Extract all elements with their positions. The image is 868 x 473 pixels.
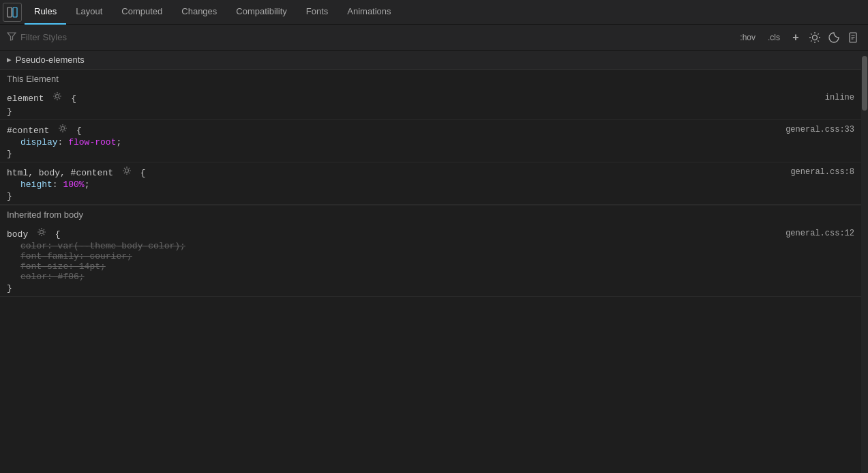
body-rule-header: body { general.css:12 bbox=[7, 227, 854, 240]
dark-theme-button[interactable] bbox=[826, 29, 842, 46]
svg-rect-1 bbox=[13, 8, 17, 17]
body-rule-block: body { general.css:12 color: var(--theme… bbox=[0, 224, 861, 297]
element-rule-block: element { inline } bbox=[0, 88, 861, 120]
element-rule-close: } bbox=[7, 106, 854, 117]
display-prop-value: flow-root bbox=[68, 137, 116, 147]
svg-line-10 bbox=[811, 40, 811, 41]
inherited-label: Inherited from body bbox=[0, 205, 861, 224]
filter-bar: :hov .cls + bbox=[0, 25, 868, 51]
tab-fonts[interactable]: Fonts bbox=[297, 0, 338, 25]
svg-point-2 bbox=[813, 35, 818, 40]
element-gear-icon[interactable] bbox=[52, 91, 63, 102]
cls-button[interactable]: .cls bbox=[763, 31, 785, 44]
content-rule-header: #content { general.css:33 bbox=[7, 123, 854, 136]
scrollbar-thumb[interactable] bbox=[862, 56, 867, 111]
svg-rect-0 bbox=[8, 8, 12, 17]
body-prop-color1: color: var(--theme-body-color); bbox=[20, 241, 854, 251]
body-rule-close: } bbox=[7, 283, 854, 293]
pseudo-elements-toggle-icon: ▶ bbox=[7, 55, 12, 64]
pseudo-elements-label: Pseudo-elements bbox=[16, 55, 85, 65]
this-element-label: This Element bbox=[0, 70, 861, 88]
main-content: ▶ Pseudo-elements This Element element {… bbox=[0, 51, 868, 473]
content-rule-block: #content { general.css:33 display: flow-… bbox=[0, 120, 861, 162]
element-selector: element { bbox=[7, 91, 76, 104]
html-body-selector: html, body, #content { bbox=[7, 165, 145, 178]
light-theme-button[interactable] bbox=[807, 29, 823, 46]
svg-point-16 bbox=[61, 127, 65, 130]
filter-styles-input[interactable] bbox=[20, 32, 735, 42]
svg-line-7 bbox=[811, 33, 811, 34]
html-body-rule-body: height: 100%; bbox=[7, 178, 854, 191]
tab-bar: Rules Layout Computed Changes Compatibil… bbox=[0, 0, 868, 25]
height-prop-name: height bbox=[20, 180, 53, 190]
html-body-rule-block: html, body, #content { general.css:8 hei… bbox=[0, 162, 861, 205]
body-prop-font-size: font-size: 14pt; bbox=[20, 261, 854, 272]
body-rule-body: color: var(--theme-body-color); font-fam… bbox=[7, 240, 854, 283]
element-rule-source: inline bbox=[825, 93, 854, 102]
content-rule-body: display: flow-root; bbox=[7, 136, 854, 149]
svg-point-17 bbox=[125, 169, 128, 173]
hov-button[interactable]: :hov bbox=[735, 31, 760, 44]
svg-line-8 bbox=[818, 40, 818, 41]
panel-toggle-button[interactable] bbox=[3, 3, 22, 22]
svg-point-15 bbox=[56, 95, 59, 98]
display-prop-name: display bbox=[20, 137, 58, 147]
element-rule-header: element { inline bbox=[7, 91, 854, 104]
body-font-family-prop: font-family: courier; bbox=[20, 251, 132, 261]
body-font-size-prop: font-size: 14pt; bbox=[20, 261, 106, 272]
svg-point-18 bbox=[40, 231, 44, 234]
body-color1-prop: color: var(--theme-body-color); bbox=[20, 241, 185, 251]
filter-funnel-icon bbox=[7, 31, 16, 44]
rules-panel[interactable]: ▶ Pseudo-elements This Element element {… bbox=[0, 51, 861, 473]
body-rule-source: general.css:12 bbox=[785, 229, 854, 238]
html-body-gear-icon[interactable] bbox=[121, 165, 132, 176]
tab-compatibility[interactable]: Compatibility bbox=[226, 0, 296, 25]
tab-changes[interactable]: Changes bbox=[172, 0, 226, 25]
svg-line-9 bbox=[818, 33, 818, 34]
body-selector: body { bbox=[7, 227, 61, 240]
document-button[interactable] bbox=[845, 29, 861, 46]
html-body-rule-close: } bbox=[7, 191, 854, 201]
body-prop-font-family: font-family: courier; bbox=[20, 251, 854, 261]
scrollbar-track[interactable] bbox=[861, 51, 868, 473]
height-prop-value: 100% bbox=[63, 180, 84, 190]
tab-layout[interactable]: Layout bbox=[66, 0, 112, 25]
content-gear-icon[interactable] bbox=[57, 123, 68, 134]
html-body-rule-source: general.css:8 bbox=[790, 167, 854, 177]
html-body-rule-header: html, body, #content { general.css:8 bbox=[7, 165, 854, 178]
filter-actions: :hov .cls + bbox=[735, 29, 861, 46]
tab-animations[interactable]: Animations bbox=[338, 0, 400, 25]
content-rule-close: } bbox=[7, 149, 854, 159]
body-gear-icon[interactable] bbox=[36, 227, 47, 238]
add-style-button[interactable]: + bbox=[788, 29, 804, 46]
content-rule-source: general.css:33 bbox=[785, 125, 854, 134]
body-color2-prop: color: #f06; bbox=[20, 272, 85, 282]
content-selector: #content { bbox=[7, 123, 82, 136]
pseudo-elements-section[interactable]: ▶ Pseudo-elements bbox=[0, 51, 861, 70]
tab-rules[interactable]: Rules bbox=[25, 0, 66, 25]
tab-computed[interactable]: Computed bbox=[112, 0, 172, 25]
body-prop-color2: color: #f06; bbox=[20, 272, 854, 282]
